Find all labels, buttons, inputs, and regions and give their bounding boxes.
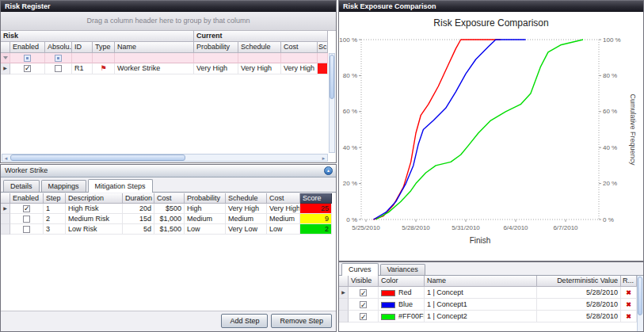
tab-details[interactable]: Details (3, 180, 40, 192)
col-cost[interactable]: Cost (154, 193, 185, 204)
scrollbar-thumb[interactable] (330, 55, 334, 99)
risk-register-panel: Risk Register Drag a column header here … (0, 0, 337, 163)
description-cell: High Risk (66, 204, 123, 214)
cost-cell: $1,000 (154, 214, 185, 224)
col-duration[interactable]: Duration (123, 193, 154, 204)
visible-cell[interactable]: ✓ (349, 299, 379, 311)
mitigation-row[interactable]: 3 Low Risk 5d $1,500 Low Very Low Low 2 (1, 224, 336, 235)
col-type[interactable]: Type (93, 42, 115, 53)
risk-row[interactable]: ▶ ✓ R1 ⚑ Worker Strike Very High Very Hi… (1, 63, 336, 74)
absolute-cell[interactable] (45, 63, 72, 74)
col-schedule[interactable]: Schedule (226, 193, 267, 204)
mitigation-row[interactable]: ▶ ✓ 1 High Risk 20d $500 High Very High … (1, 204, 336, 214)
band-risk[interactable]: Risk (1, 31, 194, 42)
col-name[interactable]: Name (425, 276, 537, 287)
checkbox-checked-icon[interactable]: ✓ (23, 205, 30, 212)
checkbox-checked-icon[interactable]: ✓ (24, 65, 31, 72)
filter-cost-cell[interactable] (281, 53, 318, 63)
auto-filter-row[interactable] (1, 53, 336, 63)
tab-curves[interactable]: Curves (341, 263, 379, 276)
col-deterministic-value[interactable]: Deterministic Value (537, 276, 621, 287)
col-description[interactable]: Description (66, 193, 123, 204)
duration-cell: 5d (123, 224, 154, 235)
indeterminate-checkbox-icon[interactable] (24, 55, 31, 62)
scroll-right-icon[interactable]: ► (320, 155, 327, 162)
visible-cell[interactable]: ✓ (349, 311, 379, 322)
row-indicator (339, 311, 349, 322)
col-id[interactable]: ID (72, 42, 93, 53)
value-cell: 5/28/2010 (537, 287, 621, 299)
delete-icon[interactable]: ✖ (626, 301, 631, 308)
id-cell: R1 (72, 63, 93, 74)
svg-text:100 %: 100 % (603, 36, 621, 44)
col-cost[interactable]: Cost (281, 42, 318, 53)
col-remove[interactable]: R... (621, 276, 637, 287)
svg-text:5/31/2010: 5/31/2010 (452, 224, 480, 231)
filter-schedule-cell[interactable] (238, 53, 281, 63)
checkbox-unchecked-icon[interactable] (23, 226, 30, 233)
curve-row[interactable]: ✓ Blue 1 | Concept1 5/28/2010 ✖ (339, 299, 637, 311)
indeterminate-checkbox-icon[interactable] (55, 55, 62, 62)
enabled-cell[interactable]: ✓ (10, 204, 44, 214)
color-label: Blue (398, 300, 413, 308)
risk-register-titlebar: Risk Register (1, 1, 336, 12)
checkbox-unchecked-icon[interactable] (55, 65, 62, 72)
remove-cell[interactable]: ✖ (621, 311, 637, 322)
svg-text:20 %: 20 % (343, 180, 357, 187)
curve-row[interactable]: ✓ #FF00FF00 1 | Concept2 5/28/2010 ✖ (339, 311, 637, 322)
vertical-scrollbar[interactable] (329, 53, 335, 153)
col-absolute[interactable]: Absolu... (45, 42, 72, 53)
collapse-button[interactable]: ▲ (324, 166, 333, 175)
filter-name-cell[interactable] (115, 53, 194, 63)
col-score[interactable]: Sc... (318, 42, 328, 53)
horizontal-scrollbar[interactable]: ◄ ► (2, 154, 328, 162)
checkbox-checked-icon[interactable]: ✓ (360, 289, 367, 296)
checkbox-unchecked-icon[interactable] (23, 216, 30, 223)
add-step-button[interactable]: Add Step (221, 314, 268, 328)
visible-cell[interactable]: ✓ (349, 287, 379, 299)
enabled-cell[interactable] (10, 224, 44, 235)
remove-cell[interactable]: ✖ (621, 299, 637, 311)
tab-variances[interactable]: Variances (380, 264, 425, 275)
scroll-left-icon[interactable]: ◄ (2, 155, 10, 162)
curve-row[interactable]: ▶ ✓ Red 1 | Concept 5/28/2010 ✖ (339, 287, 637, 299)
filter-type-cell[interactable] (93, 53, 115, 63)
remove-cell[interactable]: ✖ (621, 287, 637, 299)
col-cost-rating[interactable]: Cost (267, 193, 300, 204)
cost-cell: Very High (281, 63, 318, 74)
vertical-scrollbar[interactable] (637, 276, 643, 331)
delete-icon[interactable]: ✖ (626, 313, 631, 320)
col-step[interactable]: Step (44, 193, 66, 204)
group-by-bar[interactable]: Drag a column header here to group by th… (1, 12, 336, 31)
col-enabled[interactable]: Enabled (10, 193, 44, 204)
tab-mitigation-steps[interactable]: Mitigation Steps (88, 179, 153, 193)
enabled-cell[interactable]: ✓ (10, 63, 45, 74)
col-probability[interactable]: Probability (185, 193, 226, 204)
col-color[interactable]: Color (379, 276, 425, 287)
filter-probability-cell[interactable] (194, 53, 238, 63)
scrollbar-thumb[interactable] (638, 277, 642, 315)
tab-mappings[interactable]: Mappings (41, 180, 86, 192)
checkbox-checked-icon[interactable]: ✓ (360, 313, 367, 320)
filter-absolute-cell[interactable] (45, 53, 72, 63)
filter-score-cell[interactable] (318, 53, 328, 63)
filter-id-cell[interactable] (72, 53, 93, 63)
enabled-cell[interactable] (10, 214, 44, 224)
filter-enabled-cell[interactable] (10, 53, 45, 63)
band-current[interactable]: Current (194, 31, 328, 42)
col-name[interactable]: Name (115, 42, 194, 53)
worker-strike-tabs: Details Mappings Mitigation Steps (1, 177, 336, 193)
delete-icon[interactable]: ✖ (626, 289, 631, 296)
col-schedule[interactable]: Schedule (238, 42, 281, 53)
col-enabled[interactable]: Enabled (10, 42, 45, 53)
scrollbar-thumb[interactable] (10, 155, 185, 161)
col-visible[interactable]: Visible (349, 276, 379, 287)
col-score[interactable]: Score (300, 193, 332, 204)
score-cell: 25 (300, 204, 332, 214)
checkbox-checked-icon[interactable]: ✓ (360, 301, 367, 308)
remove-step-button[interactable]: Remove Step (271, 314, 332, 328)
col-probability[interactable]: Probability (194, 42, 238, 53)
mitigation-header-row: Enabled Step Description Duration Cost P… (1, 193, 336, 204)
curves-tabs: Curves Variances (339, 262, 643, 276)
mitigation-row[interactable]: 2 Medium Risk 15d $1,000 Medium Medium M… (1, 214, 336, 224)
